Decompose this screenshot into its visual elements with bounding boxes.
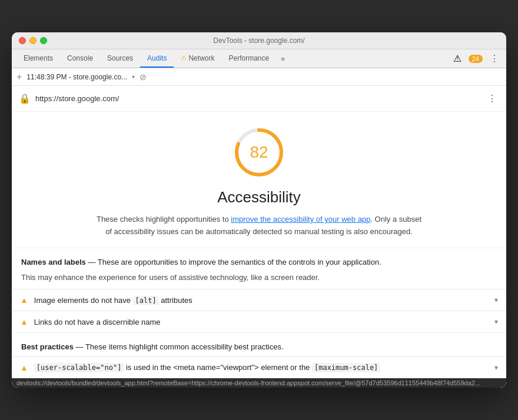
names-labels-heading: Names and labels — These are opportuniti… xyxy=(21,256,497,268)
tab-audits[interactable]: Audits xyxy=(140,49,174,68)
tab-console[interactable]: Console xyxy=(60,49,100,68)
close-button[interactable] xyxy=(19,37,26,44)
main-content: 🔒 https://store.google.com/ ⋮ 82 Accessi… xyxy=(12,86,506,378)
address-row: 🔒 https://store.google.com/ ⋮ xyxy=(12,86,506,112)
names-labels-header: Names and labels — These are opportuniti… xyxy=(12,248,506,272)
chevron-down-icon-3: ▾ xyxy=(494,364,498,372)
score-value: 82 xyxy=(250,143,268,162)
maximize-button[interactable] xyxy=(40,37,47,44)
tab-bar: Elements Console Sources Audits ⚠ Networ… xyxy=(12,49,506,68)
audit-item-image-alt[interactable]: ▲ Image elements do not have [alt] attri… xyxy=(12,289,506,311)
window-title: DevTools - store.google.com/ xyxy=(213,36,304,45)
score-section: 82 Accessibility These checks highlight … xyxy=(12,112,506,248)
audit-item-viewport[interactable]: ▲ [user-scalable="no"] is used in the <m… xyxy=(12,356,506,378)
timestamp: 11:48:39 PM - store.google.co... xyxy=(26,73,127,81)
warning-triangle-icon: ▲ xyxy=(20,295,28,305)
names-labels-subtitle: This may enhance the experience for user… xyxy=(12,272,506,289)
best-practices-heading: Best practices — These items highlight c… xyxy=(21,341,497,353)
audit-label-viewport: [user-scalable="no"] is used in the <met… xyxy=(34,363,490,372)
warning-badge: 24 xyxy=(469,55,483,63)
accessibility-link[interactable]: improve the accessibility of your web ap… xyxy=(231,215,370,224)
url-bar: + 11:48:39 PM - store.google.co... ▾ ⊘ xyxy=(12,68,506,86)
chevron-down-icon: ▾ xyxy=(494,296,498,304)
audit-item-link-name[interactable]: ▲ Links do not have a discernible name ▾ xyxy=(12,311,506,332)
warning-triangle-icon-3: ▲ xyxy=(20,363,28,372)
warning-triangle-icon-2: ▲ xyxy=(20,317,28,326)
timestamp-dropdown[interactable]: ▾ xyxy=(132,74,135,80)
tab-network[interactable]: ⚠ Network xyxy=(174,49,221,68)
audit-label-link-name: Links do not have a discernible name xyxy=(34,318,490,326)
lock-icon: 🔒 xyxy=(19,93,31,104)
tab-elements[interactable]: Elements xyxy=(16,49,60,68)
tab-sources[interactable]: Sources xyxy=(100,49,140,68)
minimize-button[interactable] xyxy=(29,37,36,44)
tab-performance[interactable]: Performance xyxy=(221,49,276,68)
traffic-lights xyxy=(19,37,47,44)
score-title: Accessibility xyxy=(217,188,301,206)
tab-bar-right: ⚠ 24 ⋮ xyxy=(453,49,502,68)
badge-warning-icon: ⚠ xyxy=(453,53,461,64)
address-menu-button[interactable]: ⋮ xyxy=(485,91,499,106)
add-tab-button[interactable]: + xyxy=(16,72,22,82)
title-bar: DevTools - store.google.com/ xyxy=(12,32,506,49)
status-bar: devtools://devtools/bundled/devtools_app… xyxy=(12,378,506,388)
devtools-window: DevTools - store.google.com/ Elements Co… xyxy=(12,32,506,387)
stop-icon: ⊘ xyxy=(140,72,147,82)
score-ring: 82 xyxy=(233,126,285,179)
best-practices-header: Best practices — These items highlight c… xyxy=(12,332,506,356)
score-description: These checks highlight opportunities to … xyxy=(94,214,424,238)
warning-icon: ⚠ xyxy=(181,54,187,62)
page-url: https://store.google.com/ xyxy=(35,94,480,103)
audit-label-image-alt: Image elements do not have [alt] attribu… xyxy=(34,296,490,305)
more-options-button[interactable]: ⋮ xyxy=(487,51,502,66)
tab-overflow[interactable]: » xyxy=(276,49,290,68)
chevron-down-icon-2: ▾ xyxy=(494,318,498,326)
